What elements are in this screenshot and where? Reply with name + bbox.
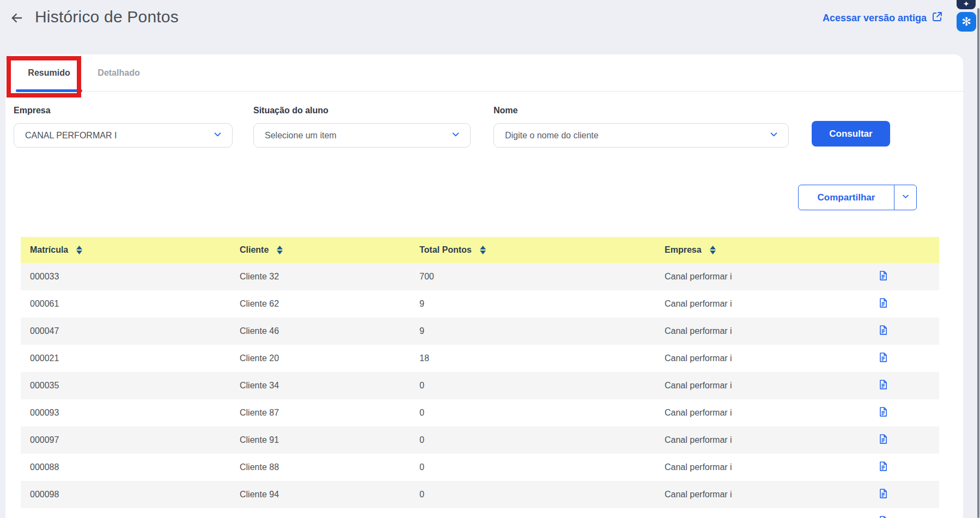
document-icon (878, 406, 888, 419)
consultar-button[interactable]: Consultar (812, 121, 890, 147)
cell-cliente: Cliente 32 (240, 263, 279, 290)
document-icon (878, 379, 888, 392)
browser-extension-icon[interactable]: ✦ (957, 0, 976, 9)
cell-empresa: Canal performar i (665, 426, 732, 454)
cell-empresa: Canal performar i (665, 481, 732, 508)
document-icon (878, 488, 888, 501)
row-detail-button[interactable] (877, 290, 889, 318)
table-row: 000047 Cliente 46 9 Canal performar i (21, 318, 939, 345)
row-detail-button[interactable] (877, 263, 889, 290)
situacao-select[interactable]: Selecione um item (253, 123, 471, 148)
cell-cliente: Cliente 96 (240, 508, 279, 518)
row-detail-button[interactable] (877, 426, 889, 454)
old-version-link[interactable]: Acessar versão antiga (823, 11, 943, 25)
row-detail-button[interactable] (877, 318, 889, 345)
cell-empresa: Canal performar i (665, 290, 732, 318)
column-header-label: Empresa (665, 245, 702, 255)
page-title: Histórico de Pontos (35, 8, 179, 26)
cell-matricula: 000098 (30, 481, 59, 508)
sort-icon (480, 246, 486, 254)
document-icon (878, 325, 888, 338)
table-row: 000021 Cliente 20 18 Canal performar i (21, 345, 939, 372)
situacao-select-placeholder: Selecione um item (265, 131, 451, 141)
cell-empresa: Canal performar i (665, 318, 732, 345)
column-header-label: Matrícula (30, 245, 68, 255)
cell-total-pontos: 9 (419, 318, 424, 345)
table-row: 000061 Cliente 62 9 Canal performar i (21, 290, 939, 318)
column-header-matricula[interactable]: Matrícula (30, 237, 82, 263)
cell-empresa: Canal performar i (665, 454, 732, 481)
column-header-total-pontos[interactable]: Total Pontos (419, 237, 486, 263)
row-detail-button[interactable] (877, 399, 889, 426)
cell-total-pontos: 700 (419, 263, 434, 290)
cell-matricula: 000088 (30, 454, 59, 481)
cell-cliente: Cliente 20 (240, 345, 279, 372)
table-row: 000098 Cliente 94 0 Canal performar i (21, 481, 939, 508)
chatgpt-extension-icon[interactable]: ✻ (957, 12, 976, 32)
cell-total-pontos: 0 (419, 454, 424, 481)
chevron-down-icon (213, 130, 222, 141)
compartilhar-button[interactable]: Compartilhar (799, 185, 894, 210)
cell-cliente: Cliente 91 (240, 426, 279, 454)
arrow-left-icon (9, 10, 25, 28)
row-detail-button[interactable] (877, 454, 889, 481)
cell-cliente: Cliente 34 (240, 372, 279, 399)
vertical-scrollbar[interactable] (977, 8, 979, 518)
compartilhar-dropdown-toggle[interactable] (894, 185, 916, 210)
column-header-label: Total Pontos (419, 245, 472, 255)
chevron-down-icon (902, 192, 910, 203)
row-detail-button[interactable] (877, 481, 889, 508)
points-table: Matrícula Cliente Total Pontos (21, 237, 939, 518)
cell-matricula: 000035 (30, 372, 59, 399)
empresa-select[interactable]: CANAL PERFORMAR I (14, 123, 233, 148)
column-header-cliente[interactable]: Cliente (240, 237, 283, 263)
cell-empresa: Canal performar i (665, 372, 732, 399)
tab-detalhado-label: Detalhado (98, 68, 139, 78)
chevron-down-icon (769, 130, 778, 141)
openai-logo-icon: ✻ (961, 15, 971, 28)
document-icon (878, 297, 888, 310)
table-row: 000033 Cliente 32 700 Canal performar i (21, 263, 939, 290)
row-detail-button[interactable] (877, 345, 889, 372)
empresa-label: Empresa (14, 106, 51, 115)
table-row: 000093 Cliente 87 0 Canal performar i (21, 399, 939, 426)
cell-total-pontos: 9 (419, 290, 424, 318)
empresa-select-value: CANAL PERFORMAR I (25, 131, 213, 141)
table-row: 000097 Cliente 91 0 Canal performar i (21, 426, 939, 454)
cell-cliente: Cliente 88 (240, 454, 279, 481)
column-header-empresa[interactable]: Empresa (665, 237, 716, 263)
column-header-label: Cliente (240, 245, 269, 255)
document-icon (878, 515, 888, 518)
cell-cliente: Cliente 62 (240, 290, 279, 318)
back-button[interactable] (8, 10, 26, 28)
nome-select[interactable]: Digite o nome do cliente (494, 123, 789, 148)
cell-empresa: Canal performar i (665, 399, 732, 426)
cell-empresa: Canal performar i (665, 345, 732, 372)
cell-matricula: 000047 (30, 318, 59, 345)
cell-matricula: 000093 (30, 399, 59, 426)
points-history-page: { "page": { "title": "Histórico de Ponto… (0, 0, 980, 518)
cell-matricula: 000033 (30, 263, 59, 290)
table-header-row: Matrícula Cliente Total Pontos (21, 237, 939, 263)
row-detail-button[interactable] (877, 372, 889, 399)
cell-matricula: 000100 (30, 508, 59, 518)
nome-label: Nome (494, 106, 518, 115)
cell-total-pontos: 0 (419, 508, 424, 518)
tab-resumido[interactable]: Resumido (14, 54, 84, 92)
content-card: Resumido Detalhado Empresa Situação do a… (5, 54, 963, 518)
document-icon (878, 434, 888, 447)
document-icon (878, 352, 888, 365)
cell-total-pontos: 0 (419, 399, 424, 426)
nome-select-placeholder: Digite o nome do cliente (505, 131, 769, 141)
table-body: 000033 Cliente 32 700 Canal performar i … (21, 263, 939, 518)
compartilhar-label: Compartilhar (818, 192, 875, 203)
extension-glyph-icon: ✦ (963, 0, 970, 8)
row-detail-button[interactable] (877, 508, 889, 518)
chevron-down-icon (451, 130, 460, 141)
active-tab-underline (16, 89, 82, 92)
tab-resumido-label: Resumido (28, 68, 70, 78)
cell-cliente: Cliente 87 (240, 399, 279, 426)
sort-icon (76, 246, 82, 254)
cell-matricula: 000021 (30, 345, 59, 372)
tab-detalhado[interactable]: Detalhado (92, 54, 146, 92)
